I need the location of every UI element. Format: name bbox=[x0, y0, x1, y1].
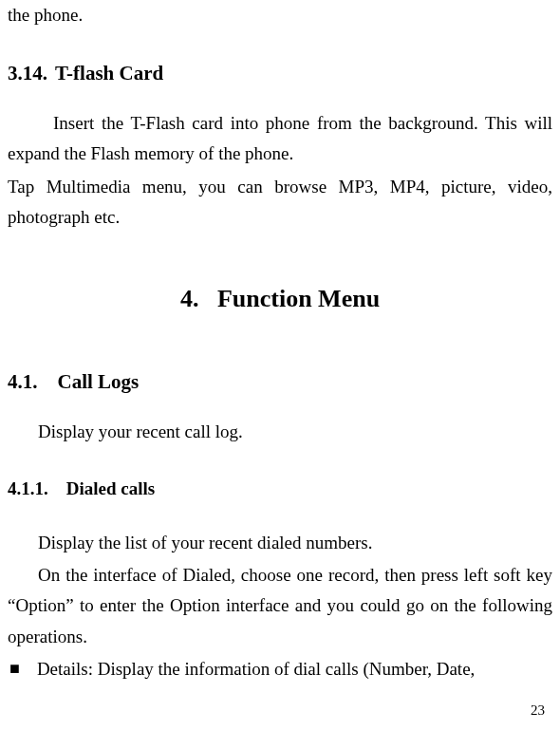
para-4-1: Display your recent call log. bbox=[8, 417, 552, 447]
heading-3-14: 3.14. T-flash Card bbox=[8, 57, 552, 91]
heading-number: 3.14. bbox=[8, 57, 47, 91]
heading-number: 4.1. bbox=[8, 370, 38, 393]
heading-title: Dialed calls bbox=[66, 478, 155, 498]
bullet-text: Details: Display the information of dial… bbox=[37, 654, 552, 684]
heading-title: T-flash Card bbox=[55, 57, 163, 91]
heading-number: 4. bbox=[180, 285, 199, 312]
heading-title: Call Logs bbox=[58, 370, 140, 393]
heading-title: Function Menu bbox=[217, 285, 380, 312]
continuation-text: the phone. bbox=[8, 0, 552, 30]
heading-4: 4. Function Menu bbox=[8, 278, 552, 320]
heading-4-1: 4.1. Call Logs bbox=[8, 365, 552, 400]
para-4-1-1-b: On the interface of Dialed, choose one r… bbox=[8, 560, 552, 652]
heading-4-1-1: 4.1.1. Dialed calls bbox=[8, 474, 552, 504]
heading-number: 4.1.1. bbox=[8, 478, 48, 498]
para-4-1-1-a: Display the list of your recent dialed n… bbox=[8, 528, 552, 558]
para-3-14-1: Insert the T-Flash card into phone from … bbox=[8, 108, 552, 170]
square-bullet-icon: ■ bbox=[9, 654, 20, 684]
para-3-14-2: Tap Multimedia menu, you can browse MP3,… bbox=[8, 172, 552, 234]
bullet-item-details: ■ Details: Display the information of di… bbox=[8, 654, 552, 684]
page-number: 23 bbox=[531, 702, 545, 719]
